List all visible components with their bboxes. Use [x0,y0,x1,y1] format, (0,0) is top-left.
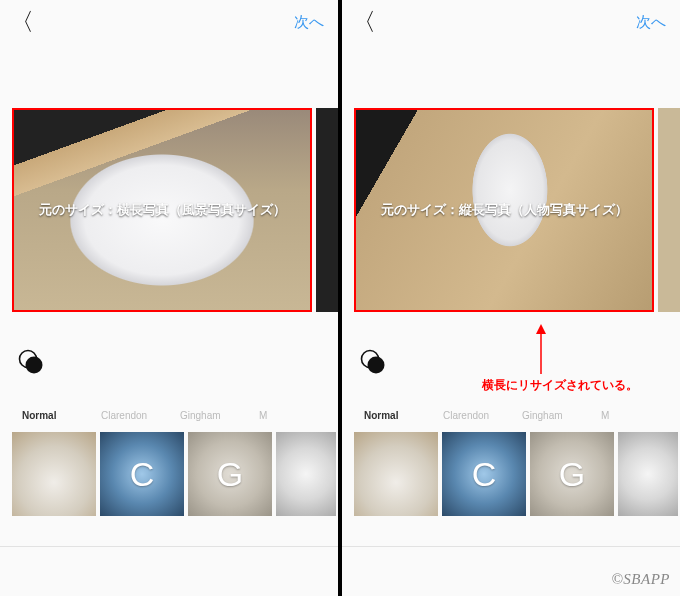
filter-tile-normal[interactable] [354,432,438,516]
filter-letter: G [559,455,585,494]
filter-tile-normal[interactable] [12,432,96,516]
preview-row: 元のサイズ：縦長写真（人物写真サイズ） [354,108,680,322]
filter-tile-gingham[interactable]: G [188,432,272,516]
filter-strip[interactable]: C G [354,432,680,520]
filter-tile-m[interactable] [276,432,336,516]
back-chevron-icon[interactable]: 〈 [352,10,376,34]
filter-label-normal: Normal [364,410,443,430]
filter-labels: Normal Clarendon Gingham M [0,410,338,430]
filter-label-normal: Normal [22,410,101,430]
preview-image-main[interactable]: 元のサイズ：横長写真（風景写真サイズ） [12,108,312,312]
left-pane: 〈 次へ 元のサイズ：横長写真（風景写真サイズ） Normal Clarendo… [0,0,339,596]
filter-label-m: M [259,410,338,430]
preview-overlay-text: 元のサイズ：縦長写真（人物写真サイズ） [356,202,652,219]
filter-label-m: M [601,410,680,430]
svg-point-5 [368,357,385,374]
preview-peek-next[interactable] [658,108,680,312]
bottom-bar [0,546,338,596]
lux-contrast-icon[interactable] [18,349,44,375]
edit-tools-row [342,342,680,382]
filter-letter: C [130,455,155,494]
filter-label-clarendon: Clarendon [443,410,522,430]
preview-image-main[interactable]: 元のサイズ：縦長写真（人物写真サイズ） [354,108,654,312]
preview-overlay-text: 元のサイズ：横長写真（風景写真サイズ） [14,202,310,219]
filter-letter: G [217,455,243,494]
edit-tools-row [0,342,338,382]
filter-labels: Normal Clarendon Gingham M [342,410,680,430]
filter-strip[interactable]: C G [12,432,338,520]
filter-tile-m[interactable] [618,432,678,516]
filter-label-gingham: Gingham [522,410,601,430]
topbar: 〈 次へ [0,0,338,44]
preview-peek-next[interactable] [316,108,338,312]
preview-row: 元のサイズ：横長写真（風景写真サイズ） [12,108,338,322]
right-pane: 〈 次へ 元のサイズ：縦長写真（人物写真サイズ） 横長にリサイズされている。 N… [341,0,680,596]
next-button[interactable]: 次へ [636,13,666,32]
svg-point-1 [26,357,43,374]
next-button[interactable]: 次へ [294,13,324,32]
filter-tile-clarendon[interactable]: C [100,432,184,516]
back-chevron-icon[interactable]: 〈 [10,10,34,34]
filter-label-gingham: Gingham [180,410,259,430]
filter-tile-gingham[interactable]: G [530,432,614,516]
filter-letter: C [472,455,497,494]
filter-tile-clarendon[interactable]: C [442,432,526,516]
lux-contrast-icon[interactable] [360,349,386,375]
watermark: ©SBAPP [611,571,670,588]
svg-marker-3 [536,324,546,334]
topbar: 〈 次へ [342,0,680,44]
filter-label-clarendon: Clarendon [101,410,180,430]
